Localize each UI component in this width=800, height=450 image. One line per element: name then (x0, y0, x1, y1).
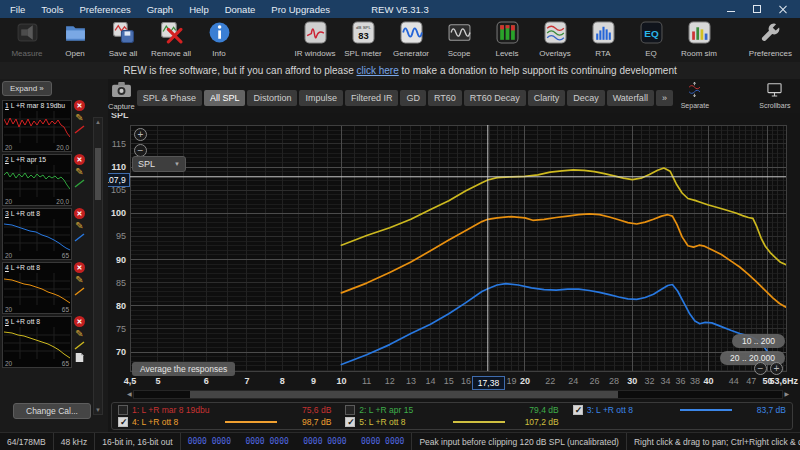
toolbar-button-label: Measure (11, 49, 42, 58)
scrollbar-track[interactable] (133, 390, 784, 399)
scroll-left-icon[interactable]: ◀ (127, 390, 132, 399)
toolbar-button-open[interactable]: Open (51, 21, 99, 58)
measurement-thumbnail-5[interactable]: 5 L +R ott 82065 (2, 316, 72, 368)
rta-icon (592, 21, 615, 48)
legend-cursor-value: 75,6 dB (281, 405, 331, 415)
trace-style-icon[interactable] (74, 125, 85, 134)
edit-measurement-icon[interactable]: ✎ (75, 275, 83, 285)
measurement-thumbnail-2[interactable]: 2 L +R apr 152020,0 (2, 154, 72, 206)
thumbnail-axis-labels: 2020,0 (5, 198, 69, 205)
tab-clarity[interactable]: Clarity (528, 90, 566, 106)
menu-help[interactable]: Help (181, 4, 217, 15)
remove-measurement-icon[interactable]: ✕ (74, 316, 85, 327)
measurement-thumbnail-4[interactable]: 4 L +R ott 82065 (2, 262, 72, 314)
edit-measurement-icon[interactable]: ✎ (75, 167, 83, 177)
tab-all-spl[interactable]: All SPL (204, 90, 246, 106)
toolbar-button-ir-windows[interactable]: IR windows (291, 21, 339, 58)
trace-style-icon[interactable] (74, 341, 85, 350)
tab-decay[interactable]: Decay (567, 90, 605, 106)
remove-measurement-icon[interactable]: ✕ (74, 100, 85, 111)
average-responses-button[interactable]: Average the responses (132, 362, 235, 376)
toolbar-button-generator[interactable]: Generator (387, 21, 435, 58)
menu-file[interactable]: File (2, 4, 33, 15)
trace-style-icon[interactable] (74, 233, 85, 242)
tab-gd[interactable]: GD (400, 90, 426, 106)
minimize-icon[interactable] (726, 4, 736, 14)
toolbar-button-preferences[interactable]: Preferences (746, 21, 795, 58)
trace-style-icon[interactable] (74, 287, 85, 296)
zoom-in-y-button[interactable]: + (134, 128, 147, 141)
toolbar-button-rta[interactable]: RTA (579, 21, 627, 58)
edit-measurement-icon[interactable]: ✎ (75, 221, 83, 231)
toolbar-button-measure[interactable]: Measure (3, 21, 51, 58)
scrollbar-thumb[interactable] (95, 148, 101, 200)
menu-pro-upgrades[interactable]: Pro Upgrades (263, 4, 338, 15)
thumbnail-axis-labels: 2065 (5, 360, 69, 367)
measurement-scrollbar[interactable]: ▲ ▼ (93, 117, 103, 415)
tabs-overflow-button[interactable]: » (656, 90, 673, 106)
scroll-right-icon[interactable]: ▶ (784, 390, 789, 399)
tab-rt60[interactable]: RT60 (428, 90, 462, 106)
toolbar-button-scope[interactable]: Scope (435, 21, 483, 58)
svg-text:83: 83 (358, 30, 368, 41)
preset-range-button-1[interactable]: 10 .. 200 (732, 334, 785, 348)
zoom-in-x-button[interactable]: + (770, 362, 783, 375)
toolbar-button-room-sim[interactable]: Room sim (675, 21, 723, 58)
toolbar-button-spl-meter[interactable]: dB SPL83SPL meter (339, 21, 387, 58)
scrollbar-thumb[interactable] (190, 391, 618, 398)
menu-preferences[interactable]: Preferences (72, 4, 139, 15)
graph-tool-scrollbars[interactable]: Scrollbars (753, 81, 797, 109)
close-icon[interactable] (778, 4, 788, 14)
trace-style-icon[interactable] (74, 179, 85, 188)
legend-checkbox[interactable] (118, 417, 128, 427)
tab-waterfall[interactable]: Waterfall (607, 90, 654, 106)
measurement-thumbnail-1[interactable]: 1 L +R mar 8 19dbu2020,0 (2, 100, 72, 152)
zoom-out-x-button[interactable]: − (754, 362, 767, 375)
x-axis-tick-label: 12 (385, 376, 395, 386)
remove-measurement-icon[interactable]: ✕ (74, 208, 85, 219)
banner-text-prefix: REW is free software, but if you can aff… (123, 65, 356, 76)
maximize-icon[interactable] (752, 4, 762, 14)
edit-measurement-icon[interactable]: ✎ (75, 113, 83, 123)
x-axis-tick-label: 10 (336, 376, 346, 386)
tab-spl-phase[interactable]: SPL & Phase (137, 90, 202, 106)
scroll-up-icon[interactable]: ▲ (95, 118, 101, 126)
graph-tool-separate[interactable]: Separate (673, 81, 717, 109)
menu-donate[interactable]: Donate (217, 4, 264, 15)
edit-measurement-icon[interactable]: ✎ (75, 329, 83, 339)
notes-icon[interactable] (75, 352, 84, 363)
tab-impulse[interactable]: Impulse (299, 90, 343, 106)
spl-dropdown[interactable]: SPL ▼ (132, 156, 186, 172)
x-axis-tick-label: 19 (506, 376, 516, 386)
legend-checkbox[interactable] (573, 405, 583, 415)
tab-rt60-decay[interactable]: RT60 Decay (464, 90, 526, 106)
toolbar-button-levels[interactable]: Levels (483, 21, 531, 58)
measurement-actions: ✕✎ (72, 208, 87, 260)
toolbar-button-overlays[interactable]: Overlays (531, 21, 579, 58)
toolbar-button-save-all[interactable]: Save all (99, 21, 147, 58)
expand-panel-button[interactable]: Expand » (2, 81, 52, 96)
toolbar-button-remove-all[interactable]: Remove all (147, 21, 195, 58)
graph-tools: SeparateScrollbarsFreq. AxisLimitsAction… (673, 79, 800, 109)
menu-graph[interactable]: Graph (139, 4, 181, 15)
menu-tools[interactable]: Tools (33, 4, 71, 15)
donation-link[interactable]: click here (357, 65, 399, 76)
legend-checkbox[interactable] (118, 405, 128, 415)
change-cal-button[interactable]: Change Cal... (13, 403, 91, 419)
legend-checkbox[interactable] (345, 405, 355, 415)
scroll-down-icon[interactable]: ▼ (95, 406, 101, 414)
remove-measurement-icon[interactable]: ✕ (74, 154, 85, 165)
capture-button[interactable]: Capture (108, 79, 135, 111)
toolbar-button-label: Overlays (539, 49, 571, 58)
chart-horizontal-scrollbar[interactable]: ◀ ▶ (127, 390, 789, 399)
room-sim-icon (688, 21, 711, 48)
toolbar-button-eq[interactable]: EQEQ (627, 21, 675, 58)
tab-distortion[interactable]: Distortion (247, 90, 297, 106)
remove-measurement-icon[interactable]: ✕ (74, 262, 85, 273)
legend-label: 2: L +R apr 15 (359, 405, 448, 415)
x-axis-tick-label: 28 (609, 376, 619, 386)
legend-checkbox[interactable] (345, 417, 355, 427)
measurement-thumbnail-3[interactable]: 3 L +R ott 82065 (2, 208, 72, 260)
tab-filtered-ir[interactable]: Filtered IR (345, 90, 399, 106)
toolbar-button-info[interactable]: Info (195, 21, 243, 58)
